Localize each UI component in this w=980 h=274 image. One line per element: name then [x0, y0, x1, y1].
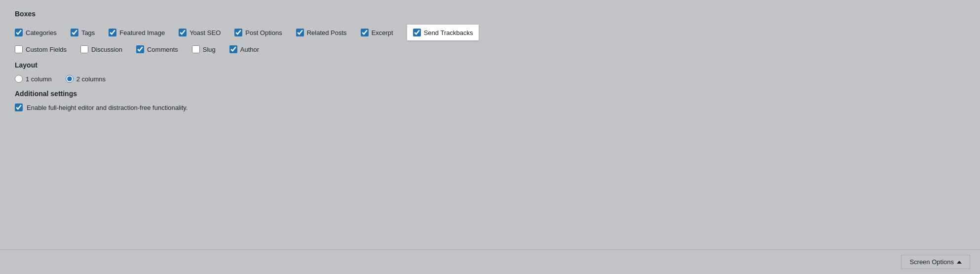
checkbox-send-trackbacks-label: Send Trackbacks: [424, 29, 473, 36]
checkbox-yoast-seo[interactable]: Yoast SEO: [179, 29, 221, 36]
checkbox-post-options[interactable]: Post Options: [234, 29, 282, 36]
boxes-row-2: Custom Fields Discussion Comments Slug A…: [15, 45, 965, 58]
checkbox-comments-label: Comments: [147, 46, 178, 53]
checkbox-comments[interactable]: Comments: [136, 45, 178, 53]
checkbox-custom-fields-label: Custom Fields: [26, 46, 67, 53]
checkbox-full-height-input[interactable]: [15, 103, 23, 111]
checkbox-full-height-label: Enable full-height editor and distractio…: [27, 104, 188, 111]
layout-title: Layout: [15, 61, 965, 69]
checkbox-send-trackbacks[interactable]: Send Trackbacks: [407, 25, 479, 40]
boxes-title: Boxes: [15, 10, 965, 18]
checkbox-related-posts-label: Related Posts: [307, 29, 347, 36]
screen-options-label: Screen Options: [909, 258, 954, 266]
checkbox-categories[interactable]: Categories: [15, 29, 57, 36]
checkbox-custom-fields[interactable]: Custom Fields: [15, 45, 67, 53]
checkbox-categories-label: Categories: [26, 29, 57, 36]
checkbox-author-input[interactable]: [229, 45, 237, 53]
checkbox-custom-fields-input[interactable]: [15, 45, 23, 53]
checkbox-related-posts-input[interactable]: [296, 29, 304, 36]
checkbox-slug-input[interactable]: [192, 45, 200, 53]
checkbox-tags-label: Tags: [81, 29, 95, 36]
triangle-up-icon: [957, 261, 962, 264]
checkbox-discussion-input[interactable]: [80, 45, 88, 53]
checkbox-tags-input[interactable]: [71, 29, 78, 36]
layout-section: Layout 1 column 2 columns: [15, 61, 965, 83]
radio-2-columns-input[interactable]: [66, 75, 74, 83]
checkbox-discussion-label: Discussion: [91, 46, 122, 53]
checkbox-excerpt[interactable]: Excerpt: [361, 29, 393, 36]
checkbox-slug-label: Slug: [203, 46, 216, 53]
checkbox-related-posts[interactable]: Related Posts: [296, 29, 347, 36]
boxes-row-1: Categories Tags Featured Image Yoast SEO…: [15, 25, 965, 45]
radio-2-columns[interactable]: 2 columns: [66, 75, 106, 83]
checkbox-featured-image-input[interactable]: [109, 29, 116, 36]
radio-1-column-label: 1 column: [26, 75, 52, 83]
checkbox-discussion[interactable]: Discussion: [80, 45, 122, 53]
checkbox-excerpt-label: Excerpt: [372, 29, 393, 36]
screen-options-button[interactable]: Screen Options: [901, 255, 970, 269]
radio-1-column-input[interactable]: [15, 75, 23, 83]
checkbox-categories-input[interactable]: [15, 29, 23, 36]
additional-section: Additional settings Enable full-height e…: [15, 90, 965, 111]
radio-1-column[interactable]: 1 column: [15, 75, 52, 83]
checkbox-featured-image[interactable]: Featured Image: [109, 29, 165, 36]
checkbox-featured-image-label: Featured Image: [119, 29, 165, 36]
bottom-bar: Screen Options: [0, 249, 980, 274]
checkbox-full-height[interactable]: Enable full-height editor and distractio…: [15, 103, 965, 111]
checkbox-send-trackbacks-input[interactable]: [413, 29, 421, 36]
checkbox-comments-input[interactable]: [136, 45, 144, 53]
checkbox-post-options-label: Post Options: [245, 29, 282, 36]
radio-2-columns-label: 2 columns: [76, 75, 106, 83]
layout-radio-group: 1 column 2 columns: [15, 75, 965, 83]
checkbox-tags[interactable]: Tags: [71, 29, 95, 36]
checkbox-post-options-input[interactable]: [234, 29, 242, 36]
checkbox-yoast-seo-input[interactable]: [179, 29, 187, 36]
screen-options-panel: Boxes Categories Tags Featured Image Yoa…: [0, 0, 980, 249]
checkbox-slug[interactable]: Slug: [192, 45, 216, 53]
checkbox-author-label: Author: [240, 46, 259, 53]
checkbox-yoast-seo-label: Yoast SEO: [189, 29, 221, 36]
checkbox-excerpt-input[interactable]: [361, 29, 369, 36]
additional-title: Additional settings: [15, 90, 965, 98]
checkbox-author[interactable]: Author: [229, 45, 259, 53]
